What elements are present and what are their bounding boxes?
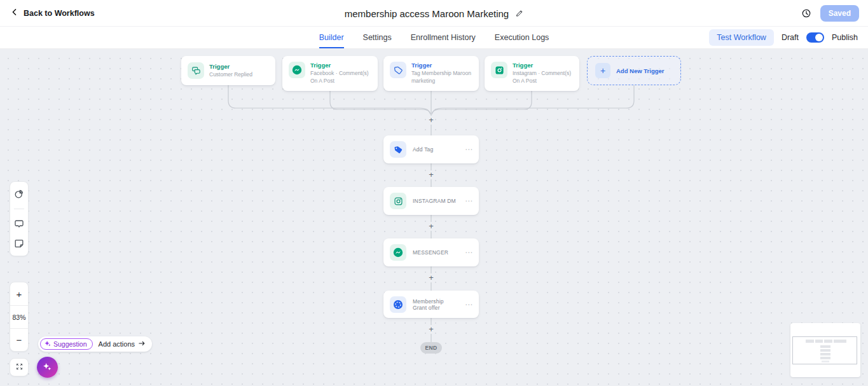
- trigger-description: Instagram · Comment(s) On A Post: [513, 70, 573, 85]
- sticky-note-icon[interactable]: [14, 238, 24, 249]
- trigger-label: Trigger: [513, 62, 573, 69]
- add-new-trigger-label: Add New Trigger: [616, 67, 664, 74]
- back-label: Back to Workflows: [24, 9, 95, 18]
- saved-button[interactable]: Saved: [820, 5, 859, 22]
- fullscreen-button[interactable]: [10, 358, 29, 376]
- zoom-in-button[interactable]: +: [10, 282, 28, 305]
- add-actions-label: Add actions: [99, 340, 135, 348]
- node-label: Add Tag: [413, 146, 433, 153]
- workflow-canvas[interactable]: Trigger Customer Replied Trigger Faceboo…: [0, 49, 868, 386]
- messenger-icon: [390, 244, 406, 261]
- trigger-card-customer-replied[interactable]: Trigger Customer Replied: [181, 56, 275, 85]
- add-new-trigger-button[interactable]: + Add New Trigger: [587, 56, 681, 85]
- more-options-icon[interactable]: ⋯: [465, 146, 472, 153]
- publish-label: Publish: [832, 33, 858, 42]
- node-label: MESSENGER: [413, 249, 448, 256]
- node-label: Membership Grant offer: [413, 298, 458, 311]
- more-options-icon[interactable]: ⋯: [465, 197, 472, 205]
- suggestion-bar: Suggestion Add actions: [38, 336, 152, 352]
- zoom-out-button[interactable]: −: [10, 328, 28, 351]
- draft-label: Draft: [782, 33, 799, 42]
- plus-icon: +: [595, 63, 610, 78]
- sparkle-icon: [45, 340, 51, 348]
- analytics-pie-icon[interactable]: [14, 189, 24, 199]
- add-step-button[interactable]: +: [427, 222, 436, 231]
- tab-builder[interactable]: Builder: [319, 27, 344, 48]
- trigger-card-instagram-comments[interactable]: Trigger Instagram · Comment(s) On A Post: [485, 56, 579, 91]
- add-actions-button[interactable]: Add actions: [99, 340, 146, 348]
- more-options-icon[interactable]: ⋯: [465, 249, 472, 256]
- edit-title-icon[interactable]: [515, 9, 523, 17]
- messenger-icon: [289, 62, 305, 78]
- test-workflow-button[interactable]: Test Workflow: [709, 29, 774, 46]
- toggle-knob: [815, 34, 823, 41]
- tab-bar: Builder Settings Enrollment History Exec…: [0, 27, 868, 49]
- add-step-button[interactable]: +: [427, 170, 436, 179]
- tab-execution-logs[interactable]: Execution Logs: [495, 27, 549, 48]
- node-membership-grant-offer[interactable]: Membership Grant offer ⋯: [383, 291, 479, 318]
- instagram-icon: [491, 62, 507, 78]
- suggestion-label: Suggestion: [53, 340, 87, 348]
- end-marker: END: [420, 342, 442, 354]
- trigger-description: Tag Membership Maroon marketing: [411, 70, 472, 85]
- node-add-tag[interactable]: Add Tag ⋯: [383, 135, 479, 163]
- connector-lines: [0, 49, 868, 386]
- node-instagram-dm[interactable]: INSTAGRAM DM ⋯: [383, 187, 479, 215]
- node-messenger[interactable]: MESSENGER ⋯: [383, 238, 479, 266]
- canvas-toolbar: [10, 181, 29, 256]
- trigger-description: Facebook · Comment(s) On A Post: [310, 70, 371, 85]
- add-step-button[interactable]: +: [427, 116, 436, 125]
- trigger-description: Customer Replied: [209, 71, 252, 79]
- page-title: membership access Maroon Marketing: [345, 8, 509, 18]
- zoom-level: 83%: [10, 305, 28, 328]
- arrow-right-icon: [138, 340, 146, 348]
- publish-toggle[interactable]: [806, 32, 824, 43]
- instagram-icon: [390, 193, 406, 209]
- toolbar-divider: [14, 209, 24, 209]
- chevron-left-icon: [10, 8, 19, 19]
- add-step-button[interactable]: +: [427, 325, 436, 334]
- trigger-label: Trigger: [209, 63, 252, 70]
- version-history-icon[interactable]: [801, 8, 811, 18]
- sparkles-icon: [43, 362, 52, 373]
- header: Back to Workflows membership access Maro…: [0, 0, 868, 27]
- trigger-label: Trigger: [411, 62, 472, 69]
- minimap[interactable]: [790, 323, 860, 377]
- trigger-label: Trigger: [310, 62, 371, 69]
- tab-enrollment-history[interactable]: Enrollment History: [411, 27, 476, 48]
- comment-icon[interactable]: [14, 219, 24, 229]
- trigger-card-tag-membership[interactable]: Trigger Tag Membership Maroon marketing: [383, 56, 479, 91]
- tab-settings[interactable]: Settings: [363, 27, 392, 48]
- tag-icon: [390, 62, 406, 78]
- discount-icon: [390, 296, 406, 313]
- node-label: INSTAGRAM DM: [413, 198, 456, 204]
- chat-bubbles-icon: [188, 62, 204, 79]
- expand-icon: [15, 362, 24, 373]
- add-step-button[interactable]: +: [427, 273, 436, 282]
- zoom-controls: + 83% −: [10, 282, 29, 352]
- tag-icon: [390, 141, 406, 158]
- back-to-workflows-button[interactable]: Back to Workflows: [10, 8, 95, 19]
- more-options-icon[interactable]: ⋯: [465, 301, 472, 308]
- ai-assistant-button[interactable]: [37, 357, 58, 378]
- trigger-card-facebook-comments[interactable]: Trigger Facebook · Comment(s) On A Post: [282, 56, 378, 91]
- suggestion-button[interactable]: Suggestion: [40, 338, 93, 350]
